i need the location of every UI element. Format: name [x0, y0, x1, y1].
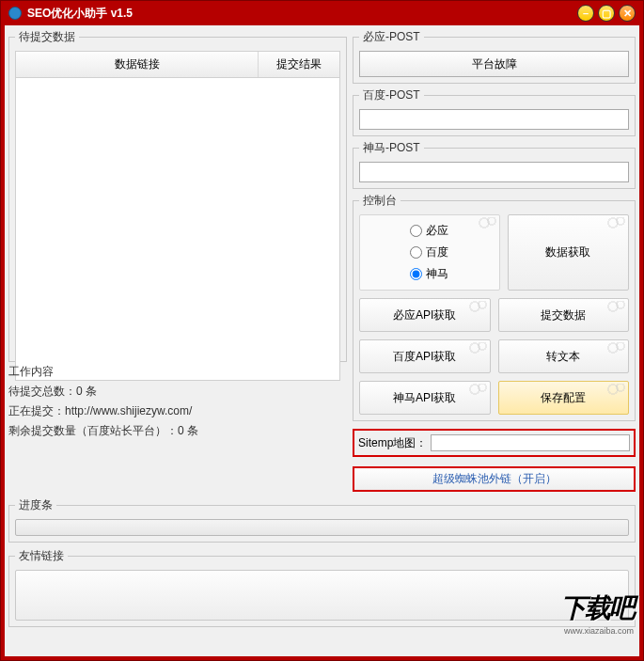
radio-baidu[interactable]: 百度	[410, 244, 448, 260]
work-line-total: 待提交总数：0 条	[8, 384, 347, 400]
progress-bar	[15, 519, 629, 536]
col-link[interactable]: 数据链接	[16, 52, 259, 77]
window-buttons: – ▢ ✕	[577, 5, 636, 22]
sitemap-label: Sitemp地图：	[358, 435, 427, 451]
shenma-post-input[interactable]	[359, 162, 629, 182]
shenma-post-group: 神马-POST	[353, 140, 636, 189]
work-line-current: 正在提交：http://www.shijiezyw.com/	[8, 403, 347, 419]
table-header: 数据链接 提交结果	[15, 51, 340, 78]
pending-data-group: 待提交数据 数据链接 提交结果	[8, 29, 347, 362]
close-button[interactable]: ✕	[619, 5, 636, 22]
submit-data-button[interactable]: 提交数据	[498, 298, 630, 332]
bing-api-button[interactable]: 必应API获取	[359, 298, 491, 332]
col-result[interactable]: 提交结果	[259, 52, 339, 77]
table-body[interactable]	[15, 78, 340, 381]
shenma-post-legend: 神马-POST	[359, 140, 424, 156]
radio-shenma[interactable]: 神马	[410, 266, 448, 282]
friendlink-legend: 友情链接	[15, 548, 68, 564]
baidu-post-group: 百度-POST	[353, 87, 636, 136]
progress-group: 进度条	[8, 497, 636, 543]
bing-post-group: 必应-POST 平台故障	[353, 29, 636, 84]
maximize-button[interactable]: ▢	[598, 5, 615, 22]
minimize-button[interactable]: –	[577, 5, 594, 22]
app-icon	[8, 7, 22, 20]
window-title: SEO优化小助手 v1.5	[27, 6, 577, 22]
radio-bing[interactable]: 必应	[410, 223, 448, 239]
platform-fault-button[interactable]: 平台故障	[359, 51, 629, 77]
save-config-button[interactable]: 保存配置	[498, 381, 630, 415]
app-window: SEO优化小助手 v1.5 – ▢ ✕ 待提交数据 数据链接 提交结果 工作内容	[0, 0, 644, 661]
progress-legend: 进度条	[15, 497, 56, 513]
engine-radio-box: 必应 百度 神马	[359, 214, 500, 291]
client-area: 待提交数据 数据链接 提交结果 工作内容 待提交总数：0 条 正在提交：http…	[5, 25, 639, 656]
console-group: 控制台 必应 百度 神马 数据获取 必应API获取 提交数据	[353, 193, 636, 421]
friendlink-group: 友情链接	[8, 548, 636, 627]
titlebar[interactable]: SEO优化小助手 v1.5 – ▢ ✕	[1, 1, 643, 25]
work-content-group: 工作内容 待提交总数：0 条 正在提交：http://www.shijiezyw…	[8, 364, 347, 443]
work-legend: 工作内容	[8, 364, 54, 380]
to-text-button[interactable]: 转文本	[498, 339, 630, 373]
sitemap-row: Sitemp地图：	[353, 429, 636, 457]
work-line-remaining: 剩余提交数量（百度站长平台）：0 条	[8, 423, 347, 439]
baidu-post-legend: 百度-POST	[359, 87, 424, 103]
bing-post-legend: 必应-POST	[359, 29, 424, 45]
baidu-post-input[interactable]	[359, 109, 629, 130]
baidu-api-button[interactable]: 百度API获取	[359, 339, 491, 373]
console-legend: 控制台	[359, 193, 401, 209]
pending-legend: 待提交数据	[15, 29, 79, 45]
friendlink-bar[interactable]	[15, 570, 629, 621]
shenma-api-button[interactable]: 神马API获取	[359, 381, 491, 415]
fetch-data-button[interactable]: 数据获取	[508, 214, 630, 291]
sitemap-input[interactable]	[431, 434, 630, 451]
spider-pool-button[interactable]: 超级蜘蛛池外链（开启）	[353, 466, 636, 492]
